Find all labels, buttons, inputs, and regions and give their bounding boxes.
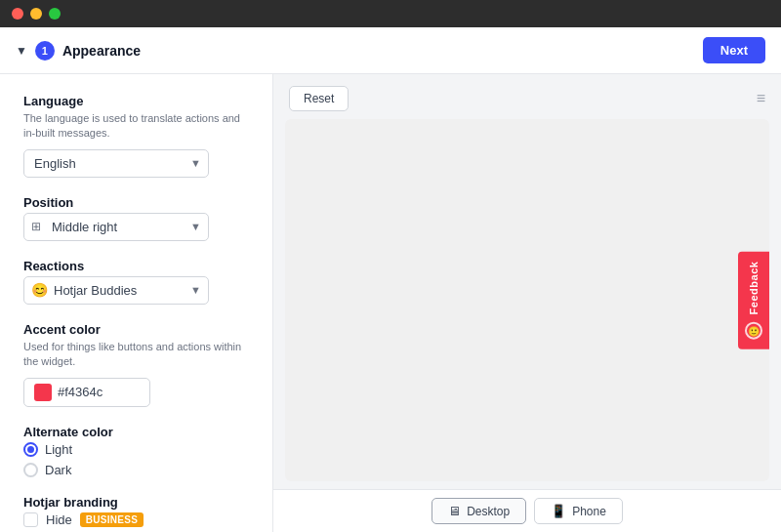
step-badge: 1 (35, 41, 55, 61)
alternate-color-field-group: Alternate color Light Dark (23, 425, 249, 477)
alternate-color-radio-group: Light Dark (23, 442, 249, 477)
desktop-button[interactable]: 🖥 Desktop (432, 498, 526, 524)
header-left: ▼ 1 Appearance (16, 41, 141, 61)
radio-dark-circle (23, 463, 38, 477)
next-button[interactable]: Next (703, 37, 765, 63)
accent-color-field-group: Accent color Used for things like button… (23, 322, 249, 407)
accent-color-label: Accent color (23, 322, 249, 337)
feedback-widget-container: Feedback 🙂 (738, 251, 769, 349)
alternate-color-label: Alternate color (23, 425, 249, 439)
language-label: Language (23, 94, 249, 108)
position-select[interactable]: Middle right Middle left Bottom right Bo… (23, 213, 209, 241)
minimize-dot[interactable] (30, 8, 42, 20)
color-value-input[interactable] (58, 385, 126, 399)
main-container: ▼ 1 Appearance Next Language The languag… (0, 27, 781, 532)
business-badge: BUSINESS (80, 512, 144, 527)
radio-light-dot (27, 446, 34, 453)
close-dot[interactable] (12, 8, 23, 20)
phone-label: Phone (572, 505, 606, 518)
reset-button[interactable]: Reset (289, 86, 349, 111)
radio-light-circle (23, 442, 38, 457)
radio-light[interactable]: Light (23, 442, 249, 457)
chevron-down-icon[interactable]: ▼ (16, 44, 27, 58)
branding-hide-label: Hide (46, 512, 72, 527)
page-title: Appearance (62, 43, 141, 59)
feedback-tab-text: Feedback (748, 261, 760, 314)
hamburger-icon[interactable]: ≡ (757, 90, 765, 107)
reactions-field-group: Reactions 😊 Hotjar Buddies Emoji Stars N… (23, 259, 249, 305)
preview-area: Feedback 🙂 (285, 119, 769, 481)
desktop-label: Desktop (467, 505, 510, 518)
feedback-smile-icon: 🙂 (745, 322, 762, 340)
language-select-wrapper: English French German Spanish ▼ (23, 149, 209, 178)
language-field-group: Language The language is used to transla… (23, 94, 249, 178)
hotjar-branding-label: Hotjar branding (23, 495, 249, 510)
reactions-emoji-icon: 😊 (31, 282, 48, 298)
position-field-group: Position ⊞ Middle right Middle left Bott… (23, 195, 249, 241)
feedback-tab-widget[interactable]: Feedback 🙂 (738, 251, 769, 349)
position-label: Position (23, 195, 249, 210)
left-panel: Language The language is used to transla… (0, 74, 273, 532)
radio-dark[interactable]: Dark (23, 463, 249, 477)
position-layout-icon: ⊞ (31, 220, 41, 233)
right-panel-toolbar: Reset ≡ (273, 74, 781, 119)
position-select-wrapper: ⊞ Middle right Middle left Bottom right … (23, 213, 209, 241)
phone-icon: 📱 (551, 504, 566, 518)
color-swatch[interactable] (34, 384, 52, 401)
maximize-dot[interactable] (49, 8, 61, 20)
header: ▼ 1 Appearance Next (0, 27, 781, 74)
accent-color-description: Used for things like buttons and actions… (23, 340, 249, 370)
branding-hide-checkbox[interactable] (23, 512, 38, 527)
branding-row: Hide BUSINESS (23, 512, 249, 527)
reactions-label: Reactions (23, 259, 249, 273)
desktop-icon: 🖥 (448, 504, 461, 518)
reactions-select-wrapper: 😊 Hotjar Buddies Emoji Stars Numbers ▼ (23, 276, 209, 305)
radio-dark-label: Dark (45, 463, 71, 477)
language-description: The language is used to translate action… (23, 111, 249, 142)
titlebar (0, 0, 781, 27)
phone-button[interactable]: 📱 Phone (534, 498, 623, 524)
right-panel: Reset ≡ Feedback 🙂 🖥 Desktop (273, 74, 781, 532)
reactions-select[interactable]: Hotjar Buddies Emoji Stars Numbers (23, 276, 209, 305)
content: Language The language is used to transla… (0, 74, 781, 532)
device-toggle-bar: 🖥 Desktop 📱 Phone (273, 489, 781, 532)
accent-color-input-wrapper[interactable] (23, 378, 150, 407)
radio-light-label: Light (45, 442, 72, 457)
language-select[interactable]: English French German Spanish (23, 149, 209, 178)
hotjar-branding-field-group: Hotjar branding Hide BUSINESS (23, 495, 249, 527)
